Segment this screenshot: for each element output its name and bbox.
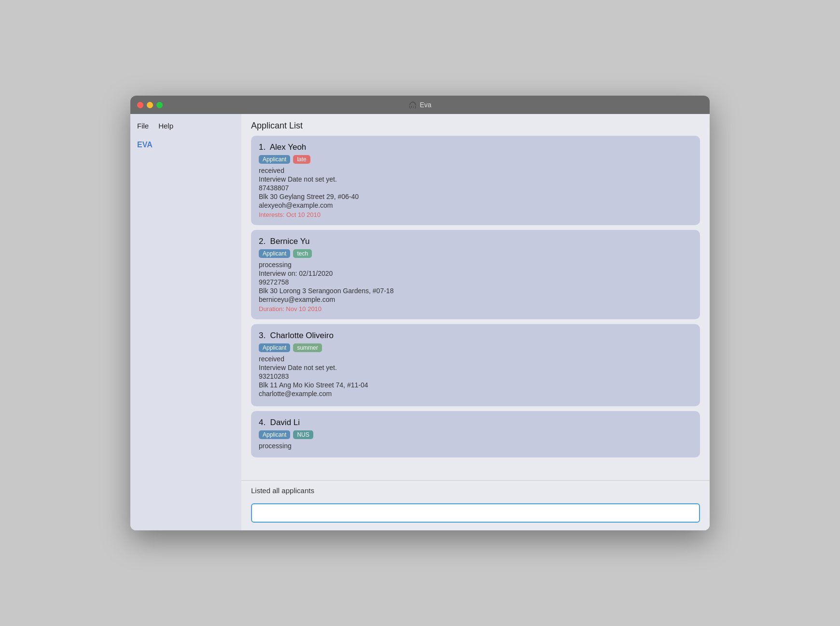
applicant-phone: 93210283: [259, 372, 692, 380]
tag-applicant: Applicant: [259, 343, 290, 352]
main-content: Applicant List 1. Alex YeohApplicantlate…: [241, 114, 710, 530]
minimize-button[interactable]: [147, 102, 153, 108]
menu-bar: File Help: [137, 122, 235, 130]
applicant-status: received: [259, 355, 692, 363]
maximize-button[interactable]: [156, 102, 163, 108]
applicant-tags: ApplicantNUS: [259, 430, 692, 439]
applicant-name: 1. Alex Yeoh: [259, 142, 692, 152]
command-input[interactable]: [251, 503, 700, 523]
sidebar-brand[interactable]: EVA: [137, 141, 235, 149]
applicant-status: processing: [259, 442, 692, 450]
tag-summer: summer: [293, 343, 322, 352]
applicant-address: Blk 30 Geylang Street 29, #06-40: [259, 193, 692, 200]
applicant-tags: Applicantlate: [259, 155, 692, 164]
window-title: 🎧 Eva: [408, 101, 431, 109]
applicant-interview: Interview on: 02/11/2020: [259, 270, 692, 277]
traffic-lights: [137, 102, 163, 108]
tag-nus: NUS: [293, 430, 313, 439]
applicant-tags: Applicantsummer: [259, 343, 692, 352]
applicant-card[interactable]: 1. Alex YeohApplicantlatereceivedIntervi…: [251, 136, 700, 225]
applicant-interview: Interview Date not set yet.: [259, 364, 692, 371]
page-title: Applicant List: [241, 114, 710, 136]
tag-applicant: Applicant: [259, 249, 290, 258]
applicant-card[interactable]: 4. David LiApplicantNUSprocessing: [251, 411, 700, 457]
title-text: Eva: [420, 101, 431, 109]
sidebar: File Help EVA: [130, 114, 241, 530]
applicant-interest: Duration: Nov 10 2010: [259, 305, 692, 313]
applicant-card[interactable]: 2. Bernice YuApplicanttechprocessingInte…: [251, 230, 700, 319]
main-window: 🎧 Eva File Help EVA Applicant List 1. Al…: [130, 96, 710, 530]
applicant-status: processing: [259, 261, 692, 269]
tag-late: late: [293, 155, 310, 164]
tag-applicant: Applicant: [259, 155, 290, 164]
applicant-email: alexyeoh@example.com: [259, 201, 692, 209]
applicant-address: Blk 11 Ang Mo Kio Street 74, #11-04: [259, 381, 692, 389]
applicant-name: 2. Bernice Yu: [259, 237, 692, 246]
applicant-name: 3. Charlotte Oliveiro: [259, 331, 692, 341]
menu-help[interactable]: Help: [158, 122, 173, 130]
menu-file[interactable]: File: [137, 122, 149, 130]
applicant-interview: Interview Date not set yet.: [259, 175, 692, 183]
command-input-wrapper: [241, 498, 710, 530]
applicant-list: 1. Alex YeohApplicantlatereceivedIntervi…: [241, 136, 710, 480]
tag-applicant: Applicant: [259, 430, 290, 439]
applicant-tags: Applicanttech: [259, 249, 692, 258]
status-bar: Listed all applicants: [241, 480, 710, 498]
applicant-address: Blk 30 Lorong 3 Serangoon Gardens, #07-1…: [259, 287, 692, 295]
close-button[interactable]: [137, 102, 143, 108]
applicant-name: 4. David Li: [259, 418, 692, 427]
applicant-email: charlotte@example.com: [259, 390, 692, 398]
title-bar: 🎧 Eva: [130, 96, 710, 114]
applicant-phone: 87438807: [259, 184, 692, 192]
title-icon: 🎧: [408, 101, 417, 109]
tag-tech: tech: [293, 249, 312, 258]
applicant-card[interactable]: 3. Charlotte OliveiroApplicantsummerrece…: [251, 324, 700, 406]
applicant-status: received: [259, 167, 692, 174]
applicant-interest: Interests: Oct 10 2010: [259, 211, 692, 218]
applicant-phone: 99272758: [259, 278, 692, 286]
applicant-email: berniceyu@example.com: [259, 296, 692, 303]
window-body: File Help EVA Applicant List 1. Alex Yeo…: [130, 114, 710, 530]
